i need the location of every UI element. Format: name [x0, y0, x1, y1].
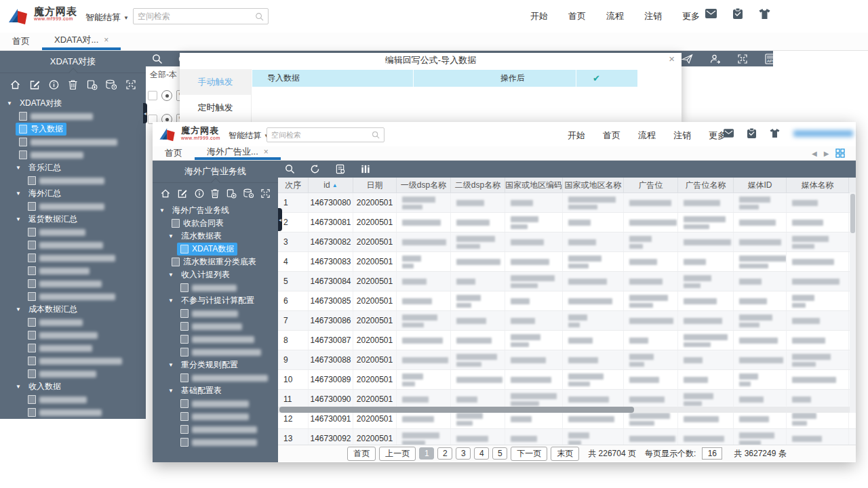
tree-item-redacted[interactable] [157, 371, 278, 384]
tree-item-redacted[interactable] [4, 251, 146, 264]
hscroll-thumb[interactable] [279, 407, 634, 413]
menu-item-注销[interactable]: 注销 [673, 129, 691, 142]
menu-item-开始[interactable]: 开始 [568, 129, 585, 142]
column-header-广告位名称[interactable]: 广告位名称 [678, 178, 734, 192]
per-page-input[interactable]: 16 [702, 447, 722, 460]
page-number-5[interactable]: 5 [492, 447, 507, 460]
table-row[interactable]: 114673008020200501 [278, 193, 856, 213]
tab-首页[interactable]: 首页 [0, 33, 42, 50]
table-row[interactable]: 414673008320200501 [278, 252, 856, 272]
checkbox[interactable] [148, 91, 157, 100]
mail-icon[interactable] [705, 9, 717, 18]
shirt-icon[interactable] [759, 9, 770, 19]
close-icon[interactable]: × [669, 53, 675, 64]
tree-item-成本数据汇总[interactable]: ▼成本数据汇总 [4, 303, 146, 316]
logo-icon[interactable] [7, 5, 30, 26]
refresh-icon[interactable] [310, 164, 320, 174]
table-row[interactable]: 514673008420200501 [278, 272, 856, 291]
column-header-媒体名称[interactable]: 媒体名称 [787, 178, 849, 192]
tree-item-redacted[interactable] [4, 264, 146, 277]
tree-item-收入计提列表[interactable]: ▼收入计提列表 [157, 268, 278, 281]
form-icon[interactable] [335, 164, 346, 174]
space-search-input[interactable]: 空间检索 [133, 8, 269, 24]
tab-scroll-left-icon[interactable]: ◀ [812, 150, 817, 157]
menu-item-更多[interactable]: 更多 [682, 10, 700, 22]
tree-item-XDATA对接[interactable]: ▼XDATA对接 [4, 97, 146, 110]
shirt-icon[interactable] [770, 129, 780, 138]
tree-item-redacted[interactable] [4, 367, 146, 380]
database-gear-icon[interactable] [243, 188, 254, 199]
edit-icon[interactable] [29, 79, 41, 90]
column-header-广告位[interactable]: 广告位 [624, 178, 678, 192]
username-redacted[interactable] [793, 130, 853, 137]
tree-item-音乐汇总[interactable]: ▼音乐汇总 [4, 161, 146, 174]
tree-item-redacted[interactable] [4, 393, 146, 406]
table-row[interactable]: 814673008720200501 [278, 331, 856, 350]
tree-item-redacted[interactable] [4, 110, 146, 123]
user-share-icon[interactable] [709, 54, 721, 64]
eye-icon[interactable] [161, 90, 172, 101]
tree-item-redacted[interactable] [157, 333, 278, 346]
tree-item-海外广告业务线[interactable]: ▼海外广告业务线 [157, 204, 278, 217]
tab-close-icon[interactable]: × [264, 147, 269, 157]
column-header-日期[interactable]: 日期 [353, 178, 397, 192]
page-number-1[interactable]: 1 [419, 447, 434, 460]
tree-item-redacted[interactable] [4, 239, 146, 251]
logo-icon[interactable] [158, 125, 177, 142]
page-number-4[interactable]: 4 [474, 447, 489, 460]
tree-item-redacted[interactable] [4, 200, 146, 213]
horizontal-scrollbar[interactable] [278, 407, 850, 413]
copy-add-icon[interactable] [226, 188, 237, 199]
tab-scroll-right-icon[interactable]: ▶ [824, 150, 829, 157]
column-header-二级dsp名称[interactable]: 二级dsp名称 [451, 178, 505, 192]
copy-add-icon[interactable] [86, 79, 98, 90]
column-header-国家或地区编码[interactable]: 国家或地区编码 [505, 178, 563, 192]
tree-item-基础配置表[interactable]: ▼基础配置表 [157, 384, 278, 397]
tab-海外广告业...[interactable]: 海外广告业...× [195, 146, 281, 160]
column-header-媒体ID[interactable]: 媒体ID [734, 178, 787, 192]
api-doc-icon[interactable]: API [764, 54, 776, 64]
tree-item-收入数据[interactable]: ▼收入数据 [4, 380, 146, 393]
tree-item-redacted[interactable] [157, 410, 278, 423]
info-icon[interactable] [194, 188, 205, 199]
checkmark-icon[interactable]: ✔ [593, 73, 600, 83]
sidebar-collapse-handle[interactable]: ◂ [143, 103, 147, 123]
tree-item-redacted[interactable] [4, 290, 146, 303]
sort-asc-icon[interactable]: ▲ [332, 182, 338, 188]
tab-XDATA对...[interactable]: XDATA对...× [42, 33, 121, 50]
menu-item-流程[interactable]: 流程 [606, 10, 624, 22]
menu-item-注销[interactable]: 注销 [644, 10, 662, 22]
tree-item-redacted[interactable] [157, 423, 278, 436]
table-row[interactable]: 314673008220200501 [278, 232, 856, 252]
column-header-国家或地区名称[interactable]: 国家或地区名称 [563, 178, 624, 192]
tree-item-redacted[interactable] [4, 226, 146, 239]
clipboard-icon[interactable] [747, 128, 756, 138]
product-select[interactable]: 智能结算▼ [85, 12, 129, 24]
tab-close-icon[interactable]: × [104, 35, 108, 45]
tree-item-redacted[interactable] [4, 329, 146, 342]
menu-item-首页[interactable]: 首页 [568, 10, 586, 22]
tree-item-海外汇总[interactable]: ▼海外汇总 [4, 187, 146, 200]
tree-item-redacted[interactable] [157, 320, 278, 333]
info-icon[interactable] [48, 79, 60, 90]
tree-item-导入数据[interactable]: 导入数据 [4, 123, 146, 136]
tree-item-redacted[interactable] [157, 397, 278, 410]
trash-icon[interactable] [210, 188, 220, 199]
table-row[interactable]: 214673008120200501 [278, 213, 856, 232]
search-icon[interactable] [285, 164, 295, 174]
product-select[interactable]: 智能结算▼ [229, 130, 269, 142]
expand-icon[interactable] [260, 188, 271, 199]
tree-item-redacted[interactable] [4, 277, 146, 290]
space-search-input[interactable]: 空间检索 [267, 127, 384, 142]
column-header-id[interactable]: id▲ [309, 178, 353, 192]
tab-首页[interactable]: 首页 [153, 146, 195, 160]
grid-view-icon[interactable] [835, 148, 845, 158]
tab-manual-trigger[interactable]: 手动触发 [180, 69, 251, 95]
menu-item-开始[interactable]: 开始 [530, 10, 548, 22]
tree-item-流水数据重分类底表[interactable]: 流水数据重分类底表 [157, 256, 278, 268]
sidebar-collapse-handle[interactable]: ◂ [278, 208, 282, 231]
tree-item-不参与计提计算配置[interactable]: ▼不参与计提计算配置 [157, 294, 278, 307]
tree-item-redacted[interactable] [157, 346, 278, 359]
tree-item-redacted[interactable] [4, 342, 146, 354]
expand-icon[interactable] [125, 79, 136, 90]
